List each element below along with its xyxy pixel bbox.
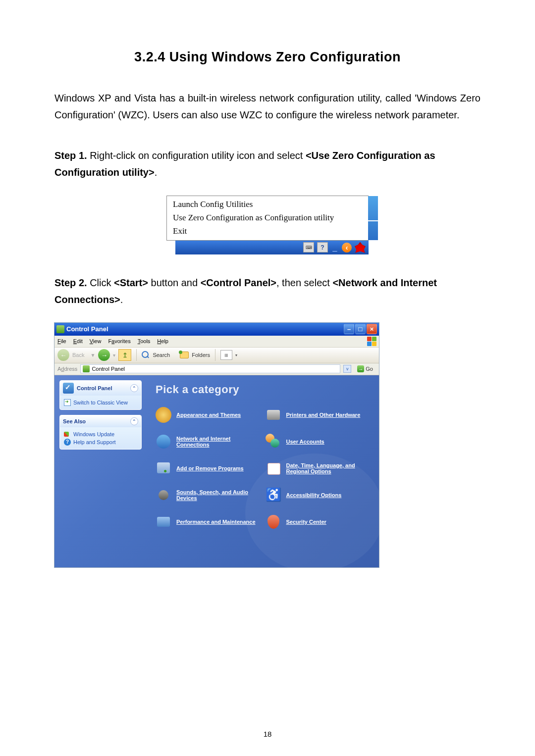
toolbar-separator [136,349,137,361]
go-label: Go [366,366,373,372]
folders-icon [180,352,189,358]
views-button[interactable]: ▦ [220,350,232,360]
category-accessibility[interactable]: ♿ Accessibility Options [266,487,371,503]
category-network[interactable]: Network and Internet Connections [156,434,261,450]
ctx-use-zero-config[interactable]: Use Zero Configuration as Configuration … [167,211,368,225]
menu-file[interactable]: File [57,338,66,344]
collapse-icon-2[interactable]: ⌃ [130,417,138,425]
taskbar-strip: ⌨ ? _ ‹ [175,241,369,254]
side-box2-title: See Also [63,418,86,424]
switch-classic-view-link[interactable]: Switch to Classic View [64,399,137,406]
category-printers[interactable]: Printers and Other Hardware [266,407,371,423]
network-icon [156,434,171,450]
context-menu-figure: Launch Config Utilities Use Zero Configu… [54,196,481,254]
keyboard-tray-icon[interactable]: ⌨ [303,242,314,252]
menu-tools[interactable]: Tools [138,338,151,344]
intro-paragraph: Windows XP and Vista has a built-in wire… [54,90,481,123]
forward-dropdown-icon[interactable]: ▾ [113,353,115,358]
page-number: 18 [0,730,535,738]
help-icon [64,439,71,446]
go-arrow-icon: → [357,365,364,372]
category-sounds[interactable]: Sounds, Speech, and Audio Devices [156,487,261,503]
category-grid: Appearance and Themes Printers and Other… [156,407,370,530]
printers-icon [266,407,281,423]
side-box-see-also: See Also ⌃ Windows Update Help and Suppo… [59,415,142,450]
step-2: Step 2. Click <Start> button and <Contro… [54,274,481,308]
maximize-button[interactable]: □ [355,324,366,334]
go-button[interactable]: → Go [354,364,376,373]
address-value: Control Panel [92,366,125,372]
search-icon [142,351,150,359]
tray-expand-icon[interactable]: ‹ [342,243,352,252]
appearance-icon [156,407,171,423]
category-add-remove[interactable]: Add or Remove Programs [156,460,261,476]
menu-favorites[interactable]: Favorites [108,338,130,344]
folders-button[interactable]: Folders [192,352,210,358]
back-label: Back [72,352,84,358]
control-panel-icon [56,325,64,333]
category-users[interactable]: User Accounts [266,434,371,450]
side-box-control-panel: Control Panel ⌃ Switch to Classic View [59,380,142,410]
address-bar: Address Control Panel v → Go [54,363,379,375]
back-dropdown-icon[interactable]: ▼ [90,353,95,358]
ctx-exit[interactable]: Exit [167,225,368,238]
address-dropdown-icon[interactable]: v [343,365,351,373]
address-input[interactable]: Control Panel [80,364,340,373]
category-datetime[interactable]: Date, Time, Language, and Regional Optio… [266,460,371,476]
side-box2-head: See Also ⌃ [60,415,141,427]
address-item-icon [83,365,90,372]
side-panel: Control Panel ⌃ Switch to Classic View S… [54,375,147,567]
step-1: Step 1. Right-click on configuration uti… [54,147,481,181]
collapse-icon[interactable]: ⌃ [130,384,138,392]
side-box1-title: Control Panel [77,385,112,391]
main-area: Pick a category Appearance and Themes Pr… [147,375,379,567]
windows-update-icon [64,431,71,438]
menu-edit[interactable]: Edit [73,338,83,344]
sounds-icon [156,487,171,503]
security-icon [266,514,281,530]
ctx-launch-config[interactable]: Launch Config Utilities [167,198,368,211]
windows-update-link[interactable]: Windows Update [64,430,137,438]
help-tray-icon[interactable]: ? [317,242,328,252]
side-box-head: Control Panel ⌃ [60,381,141,396]
views-dropdown-icon[interactable]: ▾ [235,353,237,357]
titlebar: Control Panel – □ × [54,323,379,336]
back-button[interactable]: ← [57,349,69,361]
menu-view[interactable]: View [90,338,102,344]
wireless-tray-icon[interactable] [355,242,366,253]
up-folder-button[interactable]: ↥ [118,349,131,361]
add-remove-icon [156,460,171,476]
category-security[interactable]: Security Center [266,514,371,530]
step-1-label: Step 1. [54,150,87,161]
close-button[interactable]: × [367,324,377,334]
window-title: Control Panel [66,325,108,333]
forward-button[interactable]: → [98,349,110,361]
section-heading: 3.2.4 Using Windows Zero Configuration [54,50,481,65]
switch-view-icon [64,399,71,406]
window-body: Control Panel ⌃ Switch to Classic View S… [54,375,379,567]
performance-icon [156,514,171,530]
address-label: Address [57,366,77,372]
datetime-icon [266,460,281,476]
tray-min-icon[interactable]: _ [331,242,339,252]
help-support-link[interactable]: Help and Support [64,438,137,446]
windows-logo-icon [367,337,377,347]
control-panel-box-icon [63,383,74,394]
category-appearance[interactable]: Appearance and Themes [156,407,261,423]
search-button[interactable]: Search [153,352,170,358]
control-panel-window: Control Panel – □ × File Edit View Favor… [54,323,379,567]
step-2-label: Step 2. [54,277,87,288]
tray-side-strip [368,196,378,240]
menu-help[interactable]: Help [157,338,168,344]
category-performance[interactable]: Performance and Maintenance [156,514,261,530]
context-menu: Launch Config Utilities Use Zero Configu… [166,196,369,241]
accessibility-icon: ♿ [266,487,281,503]
users-icon [266,434,281,450]
toolbar: ← Back ▼ → ▾ ↥ Search Folders ▦ ▾ [54,348,379,363]
menubar: File Edit View Favorites Tools Help [54,336,379,348]
minimize-button[interactable]: – [344,324,354,334]
toolbar-separator-2 [215,349,215,361]
pick-category-title: Pick a category [156,383,370,396]
